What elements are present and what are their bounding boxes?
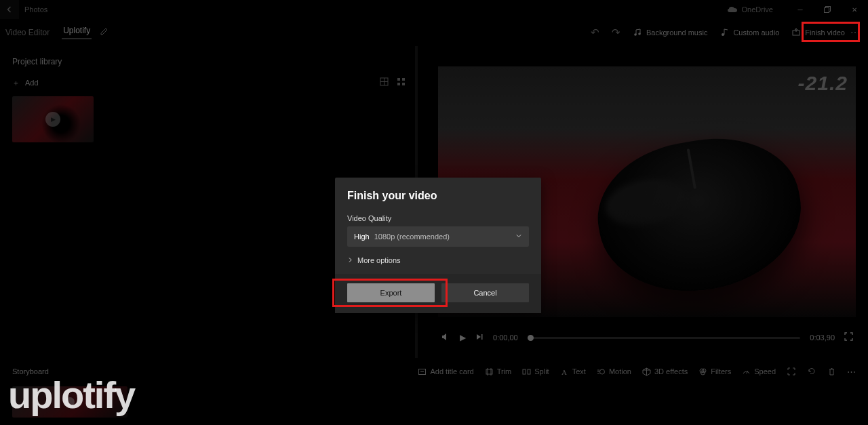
quality-value-high: High <box>354 232 370 241</box>
finish-video-dialog: Finish your video Video Quality High 108… <box>335 178 541 313</box>
quality-value-detail: 1080p (recommended) <box>374 232 450 241</box>
chevron-down-icon <box>515 232 522 241</box>
more-options-label: More options <box>357 256 401 264</box>
export-button[interactable]: Export <box>347 283 435 302</box>
video-quality-label: Video Quality <box>347 214 529 222</box>
chevron-right-icon <box>347 256 353 264</box>
dialog-title: Finish your video <box>347 190 529 202</box>
cancel-button[interactable]: Cancel <box>441 283 529 302</box>
video-quality-dropdown[interactable]: High 1080p (recommended) <box>347 226 529 247</box>
more-options-toggle[interactable]: More options <box>347 256 529 264</box>
